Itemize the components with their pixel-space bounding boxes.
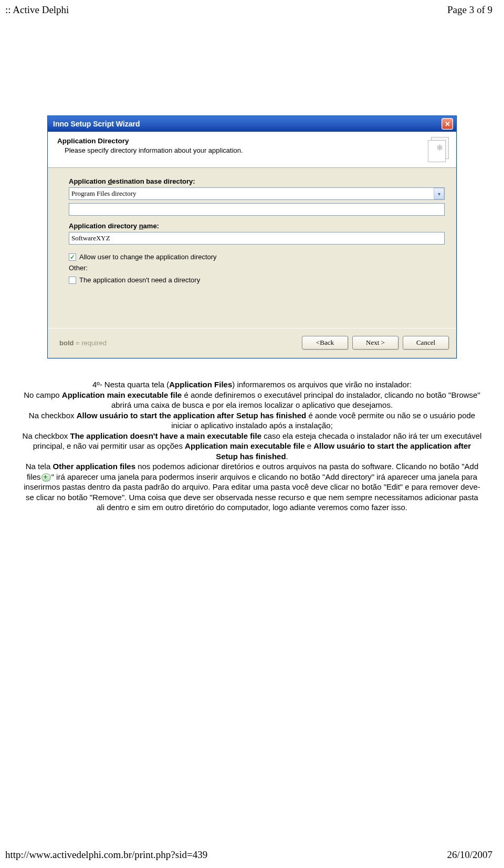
chevron-down-icon[interactable]: ▾ (434, 188, 444, 199)
header-page: Page 3 of 9 (447, 4, 492, 16)
close-icon[interactable]: ✕ (442, 118, 453, 130)
header-title: :: Active Delphi (5, 4, 69, 16)
dest-subpath-input[interactable] (69, 203, 445, 216)
dialog-body: Application destination base directory: … (48, 168, 456, 328)
checkbox-unchecked-icon[interactable] (69, 277, 76, 284)
dialog-footer: bold = required < Back Next > Cancel (48, 328, 456, 358)
wizard-dialog: Inno Setup Script Wizard ✕ Application D… (47, 115, 457, 358)
panel-heading: Application Directory (57, 137, 243, 145)
add-files-icon (41, 473, 51, 482)
page-footer: http://www.activedelphi.com.br/print.php… (5, 849, 492, 861)
dirname-label: Application directory name: (69, 222, 445, 230)
nodir-label: The application doesn't need a directory (79, 276, 200, 284)
next-button[interactable]: Next > (352, 336, 398, 350)
panel-subtitle: Please specify directory information abo… (65, 146, 243, 154)
dest-select[interactable]: Program Files directory ▾ (69, 187, 445, 200)
allow-change-label: Allow user to change the application dir… (79, 253, 217, 261)
other-label: Other: (69, 264, 445, 272)
titlebar: Inno Setup Script Wizard ✕ (48, 116, 456, 132)
checkbox-checked-icon[interactable]: ✓ (69, 253, 76, 261)
nodir-checkbox-row[interactable]: The application doesn't need a directory (69, 276, 445, 284)
footer-url: http://www.activedelphi.com.br/print.php… (5, 849, 207, 861)
page-header: :: Active Delphi Page 3 of 9 (0, 0, 504, 16)
document-icon: ✱ (426, 137, 449, 162)
cancel-button[interactable]: Cancel (403, 336, 449, 350)
dirname-input[interactable] (69, 232, 445, 245)
bold-required-hint: bold = required (59, 339, 107, 347)
dest-label: Application destination base directory: (69, 177, 445, 185)
allow-change-checkbox-row[interactable]: ✓ Allow user to change the application d… (69, 253, 445, 261)
dialog-header: Application Directory Please specify dir… (48, 132, 456, 168)
back-button[interactable]: < Back (302, 336, 348, 350)
article-body: 4º- Nesta quarta tela (Application Files… (0, 358, 504, 513)
footer-date: 26/10/2007 (447, 849, 492, 861)
dest-select-value: Program Files directory (71, 189, 136, 198)
dialog-title: Inno Setup Script Wizard (53, 120, 140, 128)
